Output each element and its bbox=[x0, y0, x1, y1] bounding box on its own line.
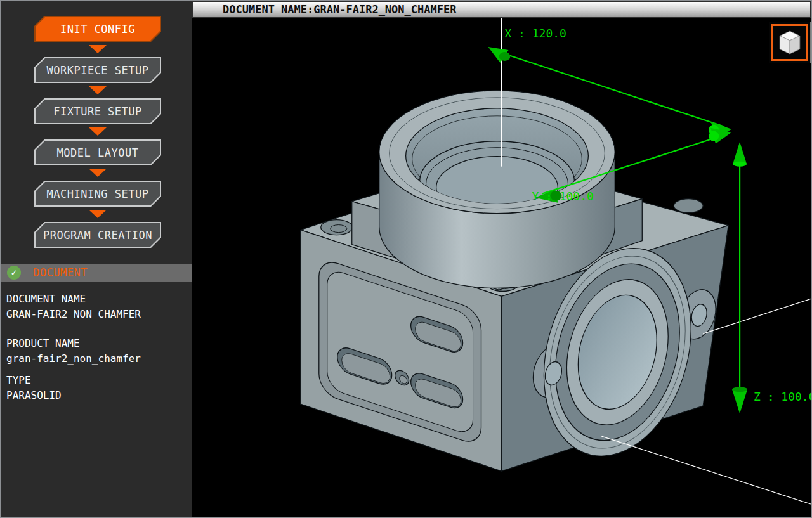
step-init-config-label: INIT CONFIG bbox=[36, 17, 160, 41]
step-machining-setup-label: MACHINING SETUP bbox=[36, 182, 160, 205]
viewport-3d[interactable]: X : 120.0 Y : 100.0 bbox=[192, 18, 811, 517]
check-icon: ✓ bbox=[7, 266, 21, 280]
step-init-config[interactable]: INIT CONFIG bbox=[34, 16, 161, 42]
step-machining-setup[interactable]: MACHINING SETUP bbox=[34, 181, 161, 207]
view-cube-frame bbox=[771, 24, 808, 61]
field-document-name-label: DOCUMENT NAME bbox=[6, 292, 187, 307]
step-model-layout-label: MODEL LAYOUT bbox=[36, 141, 160, 164]
field-document-name-value: GRAN-FAIR2_NON_CHAMFER bbox=[6, 307, 187, 322]
field-type-value: PARASOLID bbox=[6, 388, 187, 403]
step-workpiece-setup[interactable]: WORKPIECE SETUP bbox=[34, 57, 161, 83]
main-pane: DOCUMENT NAME:GRAN-FAIR2_NON_CHAMFER bbox=[192, 1, 811, 517]
flow-arrow-down-icon bbox=[89, 169, 107, 177]
x-dimension-label: X : 120.0 bbox=[504, 27, 566, 40]
construction-line-right-upper bbox=[703, 299, 811, 333]
step-program-creation[interactable]: PROGRAM CREATION bbox=[34, 222, 161, 248]
y-dimension-label: Y : 100.0 bbox=[532, 190, 593, 203]
view-orientation-button[interactable] bbox=[769, 22, 811, 63]
step-program-creation-label: PROGRAM CREATION bbox=[36, 223, 160, 247]
field-type-label: TYPE bbox=[6, 373, 187, 388]
cad-scene: X : 120.0 Y : 100.0 bbox=[192, 18, 811, 517]
app-window: INIT CONFIG WORKPIECE SETUP FIXTURE SETU… bbox=[0, 0, 812, 518]
field-product-name-label: PRODUCT NAME bbox=[6, 336, 187, 351]
workflow-steps: INIT CONFIG WORKPIECE SETUP FIXTURE SETU… bbox=[1, 1, 192, 248]
step-fixture-setup-label: FIXTURE SETUP bbox=[36, 100, 160, 123]
step-fixture-setup[interactable]: FIXTURE SETUP bbox=[34, 98, 161, 124]
flow-arrow-down-icon bbox=[89, 210, 107, 218]
workflow-sidebar: INIT CONFIG WORKPIECE SETUP FIXTURE SETU… bbox=[1, 1, 192, 517]
field-type: TYPE PARASOLID bbox=[6, 373, 187, 403]
document-fields: DOCUMENT NAME GRAN-FAIR2_NON_CHAMFER PRO… bbox=[1, 282, 192, 410]
document-panel-header: ✓ DOCUMENT bbox=[1, 264, 192, 282]
step-model-layout[interactable]: MODEL LAYOUT bbox=[34, 139, 161, 165]
field-product-name: PRODUCT NAME gran-fair2_non_chamfer bbox=[6, 336, 187, 366]
field-product-name-value: gran-fair2_non_chamfer bbox=[6, 351, 187, 366]
field-document-name: DOCUMENT NAME GRAN-FAIR2_NON_CHAMFER bbox=[6, 292, 187, 322]
cad-model bbox=[301, 91, 728, 480]
flow-arrow-down-icon bbox=[89, 45, 107, 53]
view-cube-icon bbox=[777, 29, 802, 56]
viewport-title-text: DOCUMENT NAME:GRAN-FAIR2_NON_CHAMFER bbox=[223, 3, 456, 16]
construction-line-right-lower bbox=[601, 436, 811, 504]
z-dimension-label: Z : 100.0 bbox=[754, 390, 811, 403]
flow-arrow-down-icon bbox=[89, 127, 107, 136]
document-panel-title: DOCUMENT bbox=[33, 266, 88, 279]
z-dimension: Z : 100.0 bbox=[732, 142, 811, 413]
viewport-titlebar: DOCUMENT NAME:GRAN-FAIR2_NON_CHAMFER bbox=[192, 1, 811, 18]
step-workpiece-setup-label: WORKPIECE SETUP bbox=[36, 58, 160, 82]
flow-arrow-down-icon bbox=[89, 86, 107, 94]
